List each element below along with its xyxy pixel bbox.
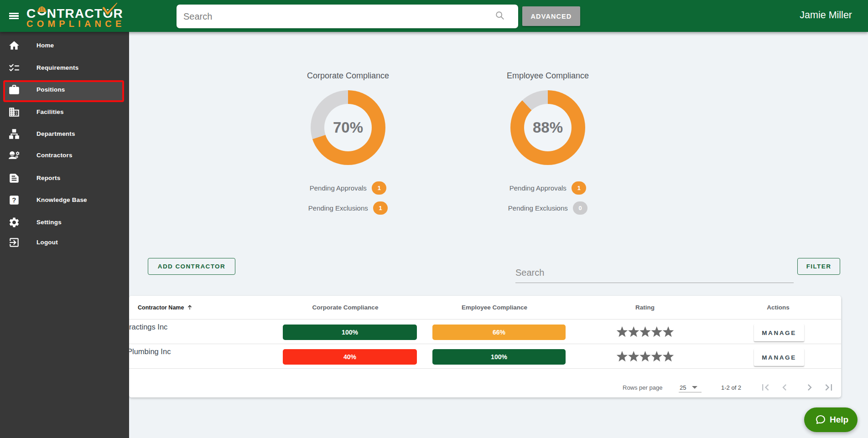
- contractor-name: Plumbing Inc: [129, 347, 171, 356]
- corporate-pending-exclusions[interactable]: Pending Exclusions 1: [266, 201, 430, 215]
- column-corporate-compliance[interactable]: Corporate Compliance: [312, 296, 379, 319]
- sidebar-item-contractors[interactable]: Contractors: [0, 144, 129, 166]
- add-contractor-button[interactable]: ADD CONTRACTOR: [148, 258, 235, 275]
- facilities-icon: [8, 106, 20, 118]
- sidebar-item-label: Facilities: [36, 101, 64, 123]
- corporate-compliance-title: Corporate Compliance: [266, 71, 430, 81]
- pagination-range: 1-2 of 2: [721, 384, 741, 391]
- manage-button[interactable]: MANAGE: [754, 324, 804, 341]
- main-content: Corporate Compliance 70% Pending Approva…: [129, 32, 868, 438]
- sidebar-item-label: Settings: [36, 211, 62, 233]
- employee-compliance-title: Employee Compliance: [466, 71, 630, 81]
- sidebar-item-reports[interactable]: Reports: [0, 167, 129, 189]
- employee-compliance-bar: 66%: [432, 325, 566, 340]
- check-mark-icon: [100, 0, 120, 18]
- employee-pending-exclusions-badge: 0: [573, 201, 587, 215]
- rating-stars[interactable]: [616, 326, 674, 338]
- requirements-icon: [8, 62, 20, 74]
- corporate-compliance-donut: 70%: [311, 90, 385, 165]
- table-search-input[interactable]: [515, 263, 794, 283]
- sidebar-item-departments[interactable]: Departments: [0, 123, 129, 145]
- employee-compliance-panel: Employee Compliance 88% Pending Approval…: [466, 32, 630, 165]
- contractor-name: ractings Inc: [129, 322, 167, 331]
- corporate-compliance-panel: Corporate Compliance 70% Pending Approva…: [266, 32, 430, 165]
- table-row: ractings Inc100%66%MANAGE: [129, 319, 841, 344]
- logo-compliance: COMPLIANCE: [26, 20, 127, 28]
- sidebar-item-label: Contractors: [36, 144, 73, 166]
- rows-per-page-underline: [679, 392, 702, 392]
- sidebar-item-label: Reports: [36, 167, 60, 189]
- table-footer: Rows per page 25 1-2 of 2: [129, 369, 841, 397]
- sidebar-item-positions[interactable]: Positions: [0, 79, 129, 101]
- sidebar-item-label: Requirements: [36, 57, 78, 79]
- top-bar: CONTRACTOR COMPLIANCE ADVANCED Jamie Mil…: [0, 0, 868, 32]
- corporate-compliance-bar: 40%: [283, 349, 417, 365]
- sidebar: HomeRequirementsPositionsFacilitiesDepar…: [0, 32, 129, 438]
- sidebar-item-settings[interactable]: Settings: [0, 211, 129, 233]
- user-name[interactable]: Jamie Miller: [800, 0, 852, 32]
- corporate-pending-approvals-badge: 1: [372, 181, 386, 195]
- corporate-pending-exclusions-badge: 1: [373, 201, 388, 215]
- settings-icon: [8, 216, 20, 228]
- manage-button[interactable]: MANAGE: [754, 349, 804, 366]
- reports-icon: [8, 172, 20, 184]
- employee-pending-approvals-badge: 1: [572, 181, 586, 195]
- contractors-table: Contractor Name Corporate Compliance Emp…: [129, 296, 841, 397]
- sort-ascending-icon: [187, 304, 193, 310]
- sidebar-item-label: Departments: [36, 123, 75, 145]
- corporate-compliance-percent: 70%: [311, 90, 385, 165]
- rating-stars[interactable]: [616, 350, 674, 363]
- employee-compliance-percent: 88%: [510, 90, 585, 165]
- sidebar-item-label: Home: [36, 35, 54, 57]
- sidebar-item-home[interactable]: Home: [0, 35, 129, 57]
- column-actions[interactable]: Actions: [767, 296, 790, 319]
- app-logo[interactable]: CONTRACTOR COMPLIANCE: [26, 7, 127, 31]
- previous-page-icon[interactable]: [778, 381, 791, 394]
- sidebar-item-label: Positions: [36, 79, 65, 101]
- next-page-icon[interactable]: [803, 381, 816, 394]
- employee-compliance-donut: 88%: [510, 90, 585, 165]
- table-row: Plumbing Inc40%100%MANAGE: [129, 344, 841, 369]
- knowledge-base-icon: ?: [8, 194, 20, 206]
- corporate-compliance-bar: 100%: [283, 325, 417, 340]
- hard-hat-icon: [36, 6, 47, 20]
- positions-icon: [8, 84, 20, 96]
- search-icon: [495, 10, 505, 21]
- logo-contractor: CONTRACTOR: [26, 7, 127, 21]
- column-employee-compliance[interactable]: Employee Compliance: [462, 296, 527, 319]
- sidebar-item-knowledge-base[interactable]: ?Knowledge Base: [0, 189, 129, 211]
- rows-per-page-caret-icon[interactable]: [692, 386, 697, 389]
- svg-text:?: ?: [12, 196, 16, 204]
- first-page-icon[interactable]: [759, 381, 772, 394]
- help-button[interactable]: Help: [804, 407, 858, 432]
- employee-pending-exclusions[interactable]: Pending Exclusions 0: [466, 201, 630, 215]
- last-page-icon[interactable]: [822, 381, 835, 394]
- employee-compliance-bar: 100%: [432, 349, 566, 365]
- column-contractor-name[interactable]: Contractor Name: [138, 296, 193, 319]
- sidebar-item-facilities[interactable]: Facilities: [0, 101, 129, 123]
- home-icon: [8, 40, 20, 52]
- employee-pending-approvals[interactable]: Pending Approvals 1: [466, 181, 630, 195]
- chat-bubble-icon: [815, 414, 826, 425]
- contractors-icon: [8, 149, 20, 161]
- column-rating[interactable]: Rating: [635, 296, 655, 319]
- global-search-input[interactable]: [183, 5, 484, 28]
- global-search: [177, 5, 518, 28]
- departments-icon: [8, 128, 20, 140]
- filter-button[interactable]: FILTER: [797, 258, 840, 275]
- rows-per-page-select[interactable]: 25: [680, 384, 686, 391]
- advanced-search-button[interactable]: ADVANCED: [522, 6, 580, 26]
- corporate-pending-approvals[interactable]: Pending Approvals 1: [266, 181, 430, 195]
- table-header: Contractor Name Corporate Compliance Emp…: [129, 296, 841, 319]
- sidebar-item-requirements[interactable]: Requirements: [0, 57, 129, 79]
- logout-icon: [8, 237, 20, 248]
- sidebar-item-label: Knowledge Base: [36, 189, 87, 211]
- sidebar-item-logout[interactable]: Logout: [0, 232, 129, 253]
- sidebar-item-label: Logout: [36, 232, 58, 253]
- rows-per-page-label: Rows per page: [623, 384, 662, 391]
- menu-icon[interactable]: [9, 13, 19, 20]
